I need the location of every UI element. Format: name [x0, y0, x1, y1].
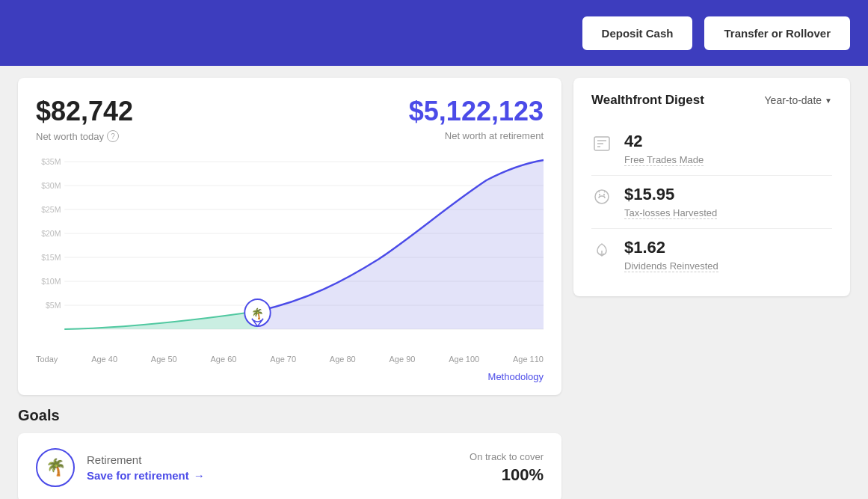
- top-bar: Deposit Cash Transfer or Rollover: [0, 0, 868, 66]
- methodology-link[interactable]: Methodology: [488, 371, 544, 382]
- digest-trades-value: 42: [624, 132, 704, 151]
- trades-icon: [591, 133, 612, 154]
- digest-card: Wealthfront Digest Year-to-date ▼: [573, 78, 850, 296]
- x-label-50: Age 50: [151, 355, 177, 364]
- x-label-70: Age 70: [270, 355, 296, 364]
- goal-name: Retirement: [87, 453, 205, 466]
- digest-title: Wealthfront Digest: [591, 93, 704, 108]
- digest-header: Wealthfront Digest Year-to-date ▼: [591, 93, 832, 108]
- x-label-100: Age 100: [449, 355, 479, 364]
- digest-trades-label[interactable]: Free Trades Made: [624, 154, 704, 166]
- svg-text:$25M: $25M: [41, 205, 61, 214]
- net-retirement-label: Net worth at retirement: [409, 130, 544, 141]
- x-label-90: Age 90: [390, 355, 416, 364]
- deposit-cash-button[interactable]: Deposit Cash: [582, 16, 693, 50]
- svg-text:🌴: 🌴: [251, 307, 265, 320]
- svg-text:$5M: $5M: [46, 301, 61, 310]
- svg-text:$10M: $10M: [41, 277, 61, 286]
- svg-point-21: [595, 190, 609, 203]
- main-layout: $82,742 Net worth today ? $5,122,123 Net…: [0, 66, 868, 499]
- digest-dividends-value: $1.62: [624, 238, 718, 257]
- goal-status: On track to cover: [470, 451, 544, 462]
- x-label-40: Age 40: [91, 355, 117, 364]
- goal-pct: 100%: [470, 465, 544, 485]
- digest-period-selector[interactable]: Year-to-date ▼: [765, 94, 832, 106]
- goal-right: On track to cover 100%: [470, 451, 544, 485]
- growth-chart: $35M $30M $25M $20M $15M $10M $5M: [36, 154, 544, 349]
- svg-text:$30M: $30M: [41, 181, 61, 190]
- x-label-80: Age 80: [330, 355, 356, 364]
- right-panel: Wealthfront Digest Year-to-date ▼: [573, 78, 850, 499]
- digest-taxloss-value: $15.95: [624, 185, 717, 204]
- svg-text:$15M: $15M: [41, 253, 61, 262]
- x-label-today: Today: [36, 355, 58, 364]
- dividends-icon: [591, 239, 612, 260]
- goal-icon: 🌴: [36, 448, 75, 487]
- chart-card: $82,742 Net worth today ? $5,122,123 Net…: [18, 78, 561, 395]
- net-retirement-block: $5,122,123 Net worth at retirement: [409, 96, 544, 141]
- tax-icon: [591, 186, 612, 207]
- svg-text:$20M: $20M: [41, 229, 61, 238]
- goal-link[interactable]: Save for retirement →: [87, 469, 205, 482]
- x-label-60: Age 60: [211, 355, 237, 364]
- goal-card: 🌴 Retirement Save for retirement → On tr…: [18, 433, 561, 499]
- chevron-down-icon: ▼: [825, 97, 832, 105]
- digest-dividends-label[interactable]: Dividends Reinvested: [624, 260, 718, 272]
- net-retirement-value: $5,122,123: [409, 96, 544, 127]
- net-today-label: Net worth today ?: [36, 130, 133, 142]
- svg-text:$35M: $35M: [41, 157, 61, 166]
- goals-section: Goals 🌴 Retirement Save for retirement →…: [18, 407, 561, 499]
- digest-dividends-content: $1.62 Dividends Reinvested: [624, 238, 718, 272]
- info-icon[interactable]: ?: [107, 130, 119, 142]
- chart-x-labels: Today Age 40 Age 50 Age 60 Age 70 Age 80…: [36, 355, 544, 364]
- net-worth-header: $82,742 Net worth today ? $5,122,123 Net…: [36, 96, 544, 142]
- digest-taxloss-content: $15.95 Tax-losses Harvested: [624, 185, 717, 219]
- goal-info: Retirement Save for retirement →: [87, 453, 205, 482]
- digest-item-dividends: $1.62 Dividends Reinvested: [591, 229, 832, 281]
- digest-taxloss-label[interactable]: Tax-losses Harvested: [624, 207, 717, 219]
- digest-trades-content: 42 Free Trades Made: [624, 132, 704, 166]
- net-today-value: $82,742: [36, 96, 133, 127]
- digest-item-trades: 42 Free Trades Made: [591, 123, 832, 176]
- net-today-block: $82,742 Net worth today ?: [36, 96, 133, 142]
- chart-area: $35M $30M $25M $20M $15M $10M $5M: [36, 154, 544, 349]
- digest-item-taxloss: $15.95 Tax-losses Harvested: [591, 176, 832, 229]
- x-label-110: Age 110: [513, 355, 544, 364]
- left-panel: $82,742 Net worth today ? $5,122,123 Net…: [18, 78, 561, 499]
- transfer-rollover-button[interactable]: Transfer or Rollover: [704, 16, 850, 50]
- goals-title: Goals: [18, 407, 561, 424]
- goal-left: 🌴 Retirement Save for retirement →: [36, 448, 205, 487]
